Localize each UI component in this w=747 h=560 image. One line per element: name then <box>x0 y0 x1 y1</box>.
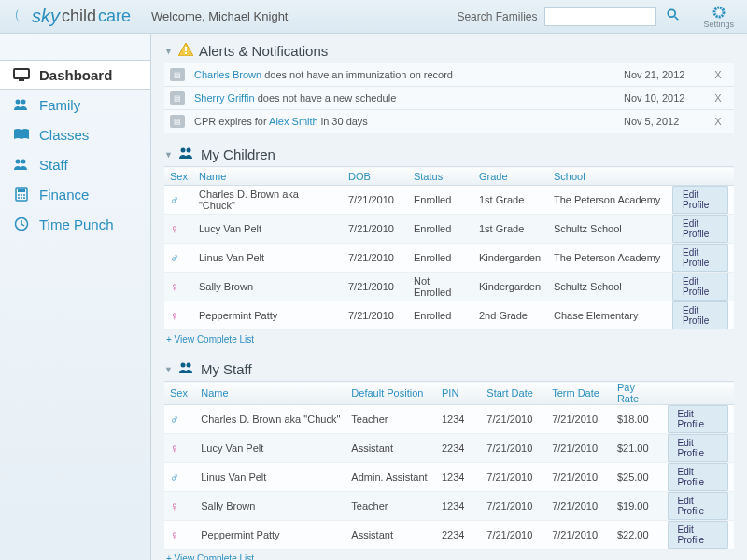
cell-grade: 2nd Grade <box>473 301 548 330</box>
edit-profile-button[interactable]: Edit Profile <box>672 244 728 272</box>
table-row: ♂Linus Van Pelt7/21/2010EnrolledKinderga… <box>164 244 734 273</box>
col-sex[interactable]: Sex <box>164 167 193 186</box>
col-sex[interactable]: Sex <box>164 382 195 405</box>
cell-start: 7/21/2010 <box>481 492 546 521</box>
cell-dob: 7/21/2010 <box>343 186 408 215</box>
dismiss-button[interactable]: X <box>708 92 728 104</box>
alert-person-link[interactable]: Sherry Griffin <box>194 92 255 104</box>
cell-name: Charles D. Brown aka "Chuck" <box>193 186 343 215</box>
svg-point-14 <box>23 194 25 196</box>
note-icon: ▤ <box>170 115 185 128</box>
nav-timepunch[interactable]: Time Punch <box>0 209 150 239</box>
svg-point-0 <box>669 9 676 17</box>
edit-profile-button[interactable]: Edit Profile <box>672 186 728 214</box>
col-status[interactable]: Status <box>408 167 473 186</box>
chevron-down-icon[interactable]: ▼ <box>164 150 173 160</box>
col-grade[interactable]: Grade <box>473 167 548 186</box>
alerts-section: ▼ Alerts & Notifications ▤Charles Brown … <box>164 43 734 133</box>
nav-label: Staff <box>39 157 68 173</box>
col-pos[interactable]: Default Position <box>345 382 436 405</box>
chevron-down-icon[interactable]: ▼ <box>164 365 173 374</box>
people-icon <box>13 158 30 171</box>
edit-profile-button[interactable]: Edit Profile <box>672 301 728 329</box>
nav-label: Time Punch <box>39 217 113 232</box>
alert-row: ▤Charles Brown does not have an immuniza… <box>164 63 734 87</box>
table-row: ♀Sally Brown7/21/2010Not EnrolledKinderg… <box>164 273 734 301</box>
note-icon: ▤ <box>170 91 185 105</box>
cell-sex: ♀ <box>164 434 195 463</box>
cell-pay: $18.00 <box>612 405 662 434</box>
search-label: Search Families <box>457 10 537 23</box>
cell-grade: Kindergarden <box>473 273 548 301</box>
table-row: ♀Peppermint PattyAssistant22347/21/20107… <box>164 521 734 550</box>
svg-point-24 <box>186 363 190 368</box>
logo-text-child: child <box>62 7 96 26</box>
cell-school: Schultz School <box>548 215 667 244</box>
cell-dob: 7/21/2010 <box>343 273 408 301</box>
view-complete-link[interactable]: + View Complete List <box>164 330 256 348</box>
edit-profile-button[interactable]: Edit Profile <box>668 463 728 491</box>
people-icon <box>13 98 30 111</box>
edit-profile-button[interactable]: Edit Profile <box>668 434 728 462</box>
settings-button[interactable]: Settings <box>703 5 734 29</box>
cell-pos: Admin. Assistant <box>345 463 436 492</box>
logo-icon <box>13 7 30 26</box>
cell-sex: ♂ <box>164 244 193 273</box>
cell-sex: ♀ <box>164 521 195 550</box>
alert-date: Nov 5, 2012 <box>624 116 708 127</box>
calculator-icon <box>13 187 30 202</box>
monitor-icon <box>13 68 30 81</box>
cell-name: Peppermint Patty <box>193 301 343 330</box>
svg-point-22 <box>186 148 190 153</box>
nav-classes[interactable]: Classes <box>0 119 150 149</box>
edit-profile-button[interactable]: Edit Profile <box>672 273 728 301</box>
col-dob[interactable]: DOB <box>343 167 408 186</box>
cell-name: Sally Brown <box>195 492 345 521</box>
nav-label: Classes <box>39 127 89 143</box>
cell-grade: Kindergarden <box>473 244 548 273</box>
col-name[interactable]: Name <box>195 382 345 405</box>
search-icon[interactable] <box>664 8 683 24</box>
view-complete-link[interactable]: + View Complete List <box>164 550 256 560</box>
dismiss-button[interactable]: X <box>708 116 728 127</box>
edit-profile-button[interactable]: Edit Profile <box>668 405 728 433</box>
alert-person-link[interactable]: Alex Smith <box>269 116 318 127</box>
cell-name: Peppermint Patty <box>195 521 345 550</box>
book-icon <box>13 128 30 141</box>
cell-dob: 7/21/2010 <box>343 301 408 330</box>
nav-staff[interactable]: Staff <box>0 149 150 179</box>
edit-profile-button[interactable]: Edit Profile <box>668 492 728 520</box>
cell-pin: 1234 <box>436 463 481 492</box>
col-start[interactable]: Start Date <box>481 382 546 405</box>
cell-start: 7/21/2010 <box>481 405 546 434</box>
nav-finance[interactable]: Finance <box>0 179 150 209</box>
table-row: ♂Charles D. Brown aka "Chuck"Teacher1234… <box>164 405 734 434</box>
edit-profile-button[interactable]: Edit Profile <box>668 521 728 549</box>
welcome-text: Welcome, Michael Knight <box>151 9 288 23</box>
svg-point-7 <box>21 100 26 105</box>
table-row: ♀Lucy Van Pelt7/21/2010Enrolled1st Grade… <box>164 215 734 244</box>
col-pay[interactable]: Pay Rate <box>612 382 662 405</box>
edit-profile-button[interactable]: Edit Profile <box>672 215 728 243</box>
col-school[interactable]: School <box>548 167 667 186</box>
cell-term: 7/21/2010 <box>546 434 612 463</box>
logo-text-sky: sky <box>32 6 60 27</box>
cell-pin: 2234 <box>436 521 481 550</box>
chevron-down-icon[interactable]: ▼ <box>164 47 173 56</box>
svg-point-12 <box>18 194 20 196</box>
col-term[interactable]: Term Date <box>546 382 612 405</box>
nav-dashboard[interactable]: Dashboard <box>0 60 150 90</box>
col-pin[interactable]: PIN <box>436 382 481 405</box>
alert-row: ▤CPR expires for Alex Smith in 30 daysNo… <box>164 110 734 133</box>
people-icon <box>178 147 195 162</box>
alert-person-link[interactable]: Charles Brown <box>194 69 261 80</box>
nav-label: Dashboard <box>39 67 112 83</box>
cell-school: The Peterson Academy <box>548 186 667 215</box>
search-input[interactable] <box>544 7 656 26</box>
dismiss-button[interactable]: X <box>708 69 728 80</box>
top-header: sky child care Welcome, Michael Knight S… <box>0 0 747 34</box>
cell-term: 7/21/2010 <box>546 521 612 550</box>
col-name[interactable]: Name <box>193 167 343 186</box>
sidebar: Dashboard Family Classes Staff Finance T… <box>0 34 151 560</box>
nav-family[interactable]: Family <box>0 90 150 119</box>
